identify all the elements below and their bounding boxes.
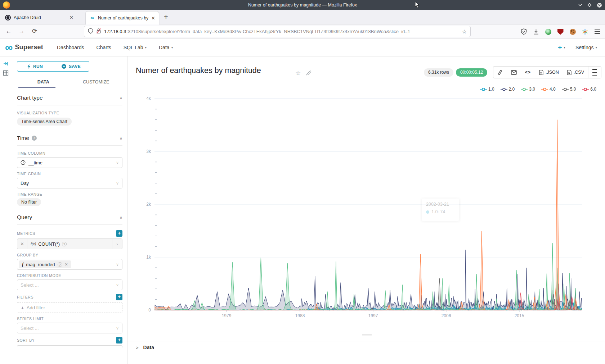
tab-title: Apache Druid xyxy=(14,15,41,20)
expand-metric-icon[interactable]: › xyxy=(112,239,122,249)
group-by-select[interactable]: f mag_rounded ? ✕ ∨ xyxy=(17,259,122,270)
svg-text:1979: 1979 xyxy=(222,313,232,318)
nav-dashboards[interactable]: Dashboards xyxy=(57,45,84,50)
nav-data[interactable]: Data▾ xyxy=(159,45,173,50)
downloads-icon[interactable] xyxy=(532,28,539,35)
insecure-lock-icon[interactable] xyxy=(96,28,101,35)
nav-sql-lab[interactable]: SQL Lab▾ xyxy=(124,45,147,50)
tab-title: Numer of earthquakes by m xyxy=(98,15,148,21)
pocket-shield-icon[interactable] xyxy=(520,28,527,35)
timeseries-area-chart[interactable]: 01k2k3k4k19791988199720062015 xyxy=(127,85,605,323)
time-grain-select[interactable]: Day ∨ xyxy=(17,178,122,188)
tab-close-icon[interactable]: ✕ xyxy=(151,15,155,21)
fx-icon: f(x) xyxy=(31,242,36,246)
mouse-cursor xyxy=(415,1,420,10)
chart-action-buttons: <> .JSON .CSV xyxy=(493,66,601,78)
viz-type-value[interactable]: Time-series Area Chart xyxy=(17,118,72,126)
menu-icon[interactable] xyxy=(593,28,601,35)
nav-charts[interactable]: Charts xyxy=(97,45,111,50)
chart-menu-button[interactable] xyxy=(588,67,601,78)
superset-logo[interactable]: ∞ Superset xyxy=(5,42,43,53)
plus-icon: + xyxy=(21,305,24,311)
group-by-chip[interactable]: f mag_rounded ? ✕ xyxy=(19,260,71,268)
help-icon: ? xyxy=(62,242,67,246)
export-csv-button[interactable]: .CSV xyxy=(563,67,588,78)
colorful-extension-icon[interactable] xyxy=(581,28,588,35)
svg-text:0: 0 xyxy=(148,308,151,313)
function-icon: f xyxy=(22,261,23,267)
ublock-icon[interactable] xyxy=(557,28,564,35)
expand-panel-icon[interactable] xyxy=(3,61,9,68)
embed-code-button[interactable]: <> xyxy=(521,67,535,78)
url-input[interactable]: 172.18.0.3:32108/superset/explore/?form_… xyxy=(84,26,470,37)
add-sort-button[interactable]: + xyxy=(116,337,122,343)
minimize-icon[interactable] xyxy=(578,3,582,7)
chevron-down-icon: ∨ xyxy=(116,181,119,186)
series-limit-select[interactable]: Select ... ∨ xyxy=(17,323,122,333)
svg-text:4k: 4k xyxy=(146,96,151,101)
tab-data[interactable]: DATA xyxy=(17,76,70,88)
shield-icon[interactable] xyxy=(88,28,93,35)
datasource-grid-icon[interactable] xyxy=(3,70,9,77)
extension-green-icon[interactable] xyxy=(544,28,552,35)
back-button[interactable]: ← xyxy=(4,27,14,37)
tab-apache-druid[interactable]: Apache Druid ✕ xyxy=(1,12,77,23)
time-range-value[interactable]: No filter xyxy=(17,198,41,206)
url-path: :32108/superset/explore/?form_data_key=K… xyxy=(126,29,459,34)
edit-title-icon[interactable] xyxy=(306,70,312,77)
close-icon[interactable] xyxy=(597,3,602,8)
time-column-label: TIME COLUMN xyxy=(17,151,122,155)
tab-close-icon[interactable]: ✕ xyxy=(70,15,73,20)
metric-count-chip[interactable]: ✕ f(x) COUNT(*) ? › xyxy=(17,238,122,249)
svg-text:2015: 2015 xyxy=(515,313,524,318)
reload-button[interactable]: ⟳ xyxy=(30,27,40,37)
tab-earthquakes-chart[interactable]: ∞ Numer of earthquakes by m ✕ xyxy=(86,12,159,24)
add-filter-dropzone[interactable]: + Add filter xyxy=(17,302,122,313)
section-time[interactable]: Time i ∧ xyxy=(17,135,122,146)
run-button[interactable]: RUN xyxy=(17,62,53,71)
new-tab-button[interactable]: + xyxy=(164,13,168,21)
superset-logo-icon: ∞ xyxy=(5,42,13,53)
chevron-up-icon: ∧ xyxy=(120,96,122,100)
sort-by-select[interactable] xyxy=(17,345,122,347)
data-panel-divider xyxy=(127,341,605,341)
svg-text:1988: 1988 xyxy=(295,313,305,318)
time-grain-label: TIME GRAIN xyxy=(17,172,122,176)
chart-title: Numer of earthquakes by magnitude xyxy=(136,66,261,75)
forward-button[interactable]: → xyxy=(17,27,27,37)
add-metric-button[interactable]: + xyxy=(116,230,122,237)
export-json-button[interactable]: .JSON xyxy=(535,67,563,78)
panel-resize-handle[interactable] xyxy=(362,334,372,337)
chevron-down-icon: ▾ xyxy=(171,46,173,49)
contribution-mode-select[interactable]: Select ... ∨ xyxy=(17,279,122,290)
svg-text:2006: 2006 xyxy=(442,313,451,318)
chevron-down-icon: ▾ xyxy=(564,46,565,49)
maximize-icon[interactable] xyxy=(587,3,592,7)
add-filter-button[interactable]: + xyxy=(116,294,122,300)
tab-customize[interactable]: CUSTOMIZE xyxy=(70,76,123,88)
series-dot-icon xyxy=(426,210,429,214)
bookmark-star-icon[interactable]: ☆ xyxy=(462,28,467,35)
remove-chip-icon[interactable]: ✕ xyxy=(65,262,68,267)
settings-menu[interactable]: Settings▾ xyxy=(575,45,597,50)
section-query[interactable]: Query ∧ xyxy=(17,214,122,225)
time-column-select[interactable]: __time ∨ xyxy=(17,157,122,168)
chevron-down-icon: ∨ xyxy=(116,326,119,331)
series-limit-label: SERIES LIMIT xyxy=(17,317,122,321)
new-item-button[interactable]: +▾ xyxy=(558,44,565,51)
section-chart-type[interactable]: Chart type ∧ xyxy=(17,95,122,105)
superset-favicon: ∞ xyxy=(89,15,95,21)
svg-text:2k: 2k xyxy=(146,202,151,207)
favorite-star-icon[interactable]: ☆ xyxy=(295,69,301,77)
metrics-label: METRICS xyxy=(17,231,35,236)
remove-metric-icon[interactable]: ✕ xyxy=(17,239,27,249)
email-button[interactable] xyxy=(507,67,521,78)
chevron-right-icon: > xyxy=(136,345,139,350)
druid-favicon xyxy=(5,15,11,21)
copy-link-button[interactable] xyxy=(493,67,507,78)
data-panel-toggle[interactable]: > Data xyxy=(136,345,154,350)
superset-navbar: ∞ Superset Dashboards Charts SQL Lab▾ Da… xyxy=(0,38,605,56)
plus-circle-icon: + xyxy=(62,64,66,69)
cookie-extension-icon[interactable] xyxy=(569,28,576,35)
save-button[interactable]: + SAVE xyxy=(53,62,89,71)
